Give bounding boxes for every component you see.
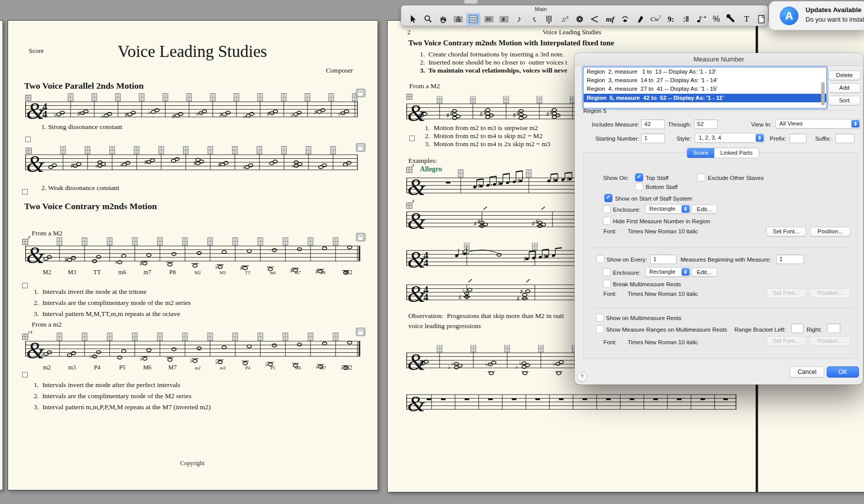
update-notification[interactable]: A Updates Available Do you want to insta… (769, 1, 864, 30)
staff-handle[interactable] (406, 94, 412, 100)
staff-handle[interactable] (22, 334, 28, 340)
tuplet-tool-icon[interactable]: ♫3 (558, 13, 572, 25)
top-staff-checkbox[interactable] (635, 173, 643, 181)
suffix-field[interactable] (835, 134, 854, 143)
scrollbar-thumb[interactable] (821, 82, 825, 105)
set-font1-button[interactable]: Set Font... (766, 227, 806, 236)
tab-linked-parts[interactable]: Linked Parts (714, 148, 759, 158)
articulation-tool-icon[interactable] (618, 13, 632, 25)
note-mover-tool-icon[interactable] (694, 13, 708, 25)
region-list-row[interactable]: Region 5, measure 42 to 52 -- Display As… (584, 94, 826, 102)
clef-tool-icon[interactable]: 9: (664, 13, 678, 25)
starting-number-field[interactable]: 1 (641, 134, 665, 143)
lock-icon[interactable] (356, 328, 365, 336)
hand-grabber-icon[interactable] (436, 13, 450, 25)
position3-button-disabled[interactable]: Position... (810, 336, 850, 346)
expression-tool-icon[interactable]: mf (603, 13, 617, 25)
measures-beginning-field[interactable]: 1 (776, 255, 804, 264)
staff-handle[interactable] (26, 148, 32, 154)
sort-button[interactable]: Sort (828, 96, 860, 105)
staff-handle[interactable] (25, 95, 31, 101)
prefix-field[interactable] (789, 134, 807, 143)
show-ranges-checkbox[interactable] (596, 325, 604, 333)
chord-symbol-tool-icon[interactable]: Cw7 (649, 13, 663, 25)
staff-example-chords-2[interactable]: &44♭♯♯♯ (406, 277, 578, 306)
measure-tool-icon[interactable] (466, 13, 480, 25)
edit1-button[interactable]: Edit... (691, 205, 717, 214)
time-signature-tool-icon[interactable]: ♯ (497, 13, 511, 25)
staff-example-melody-2[interactable]: &44♯♯♯ (406, 242, 578, 272)
staff-tool-icon[interactable]: & (451, 13, 465, 25)
show-on-every-checkbox[interactable] (596, 255, 604, 263)
special-tools-icon[interactable] (724, 13, 738, 25)
text-block-handle[interactable] (22, 189, 28, 195)
set-font3-button-disabled[interactable]: Set Font... (766, 336, 806, 346)
show-on-start-checkbox[interactable] (604, 194, 612, 202)
staff-handle[interactable] (406, 167, 412, 173)
text-block-handle[interactable] (25, 137, 31, 142)
region-list-row[interactable]: Region 3, measure 14 to 27 -- Display As… (584, 76, 826, 85)
ok-button[interactable]: OK (827, 366, 859, 377)
staff-parallel-2nds-2[interactable]: &♯♭♭♯♯♯♭♭ (25, 145, 358, 177)
main-tool-palette[interactable]: Main &♯♯♯♪♪♫3mfCw79::‖%T♬♬♬♬ (401, 5, 768, 26)
style-dropdown[interactable]: 1, 2, 3, 4 (695, 133, 765, 143)
enclosure1-dropdown[interactable]: Rectangle (645, 204, 691, 214)
text-tool-icon[interactable]: T (739, 13, 754, 25)
help-button[interactable]: ? (577, 372, 587, 382)
page1-title[interactable]: Voice Leading Studies (8, 42, 377, 61)
hyperscribe-tool-icon[interactable] (542, 13, 557, 25)
dialog-title-bar[interactable]: Measure Number (575, 53, 863, 66)
enclosure2-checkbox[interactable] (603, 268, 611, 276)
includes-measure-field[interactable]: 42 (641, 119, 665, 129)
staff-handle[interactable] (406, 203, 412, 209)
cancel-button[interactable]: Cancel (790, 366, 824, 377)
enclosure1-checkbox[interactable] (603, 205, 611, 213)
enclosure2-dropdown[interactable]: Rectangle (645, 267, 691, 277)
region-list-row[interactable]: Region 2, measure 1 to 13 -- Display As:… (584, 68, 826, 76)
add-button[interactable]: Add (828, 83, 860, 93)
text-block-handle[interactable] (409, 136, 415, 141)
zoom-tool-icon[interactable] (421, 13, 435, 25)
percent-tool-icon[interactable]: % (709, 13, 723, 25)
delete-button[interactable]: Delete (828, 71, 860, 80)
view-in-dropdown[interactable]: All Views (775, 119, 860, 129)
repeat-tool-icon[interactable]: :‖ (679, 13, 693, 25)
set-font2-button-disabled[interactable]: Set Font... (766, 288, 806, 298)
staff-interpolated-M2[interactable]: &♯♯♯♯♯♯♯♯ (406, 96, 578, 127)
bottom-staff-checkbox[interactable] (635, 182, 643, 191)
staff-parallel-2nds-1[interactable]: &44♭♯♭♯♭♯♭♯♭♯♭♯♭ (25, 92, 358, 124)
show-mm-checkbox[interactable] (596, 313, 604, 322)
speedy-entry-tool-icon[interactable]: ♪ (527, 13, 541, 25)
hide-first-checkbox[interactable] (603, 217, 611, 225)
right-field[interactable] (827, 324, 840, 333)
lock-icon[interactable] (356, 89, 365, 97)
staff-handle[interactable] (22, 239, 28, 245)
selection-pen-tool-icon[interactable] (634, 13, 648, 25)
simple-entry-tool-icon[interactable]: ♪ (512, 13, 526, 25)
lock-icon[interactable] (356, 143, 365, 152)
staff-observation-chords[interactable]: &♭♭♭♭♭♭♭ (406, 345, 576, 376)
position1-button[interactable]: Position... (810, 227, 850, 236)
selection-tool-icon[interactable] (406, 13, 420, 25)
tab-score[interactable]: Score (687, 148, 714, 158)
staff-example-melody-1[interactable]: &♯♯♯♯♯ (406, 169, 578, 200)
region-list[interactable]: Region 2, measure 1 to 13 -- Display As:… (583, 67, 827, 108)
staff-observation-rests[interactable]: & (406, 387, 736, 412)
staff-contrary-m2[interactable]: &♭m2m3♭P4P5♭M6M7♭m2♭m3P4♭P5M6♭M7♭m2 (25, 330, 360, 379)
through-field[interactable]: 52 (694, 119, 718, 129)
text-block-handle[interactable] (22, 283, 28, 288)
position2-button-disabled[interactable]: Position... (810, 288, 850, 298)
smart-shape-tool-icon[interactable] (588, 13, 602, 25)
chord-wheel-tool-icon[interactable] (573, 13, 587, 25)
composer-label[interactable]: Composer (252, 67, 353, 75)
staff-example-chords-1[interactable]: &♯♯♯♯ (406, 204, 578, 233)
region-list-row[interactable]: Region 4, measure 27 to 41 -- Display As… (584, 85, 826, 93)
text-block-handle[interactable] (22, 372, 28, 377)
exclude-other-staves-checkbox[interactable] (697, 173, 705, 181)
staff-contrary-M2[interactable]: &M2♯M3TT♭m6♯m7P8M2♭M3♯TTm6♯m7♯P8M2 (25, 235, 360, 283)
edit2-button[interactable]: Edit... (691, 268, 717, 277)
show-on-every-field[interactable]: 1 (650, 255, 676, 264)
range-bracket-left-field[interactable] (791, 324, 804, 333)
break-mm-checkbox[interactable] (603, 280, 611, 288)
key-signature-tool-icon[interactable]: ♯♯ (482, 13, 496, 25)
